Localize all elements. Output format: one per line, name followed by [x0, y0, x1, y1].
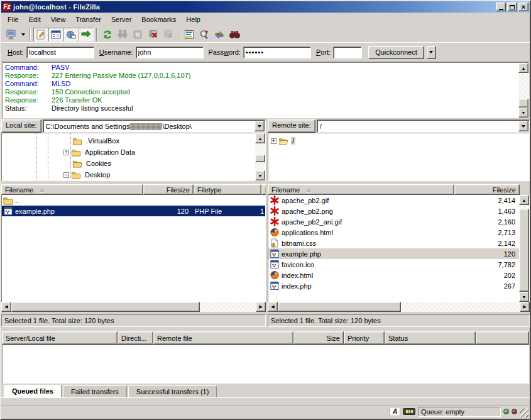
toolbar-separator	[96, 28, 97, 41]
tree-item-application-data[interactable]: + Application Data	[2, 146, 255, 158]
remote-site-combobox[interactable]: /	[317, 119, 530, 133]
scrollbar-thumb[interactable]	[255, 155, 265, 162]
tree-item-root[interactable]: + /	[268, 135, 529, 146]
username-input[interactable]	[136, 47, 204, 58]
file-row[interactable]: apache_pb2_ani.gif2,160	[268, 216, 519, 227]
column-filetype[interactable]: Filetype	[194, 184, 261, 195]
file-row[interactable]: favicon.ico7,782	[268, 259, 519, 270]
file-row[interactable]: apache_pb2.gif2,414	[268, 195, 519, 206]
refresh-button[interactable]	[100, 28, 115, 41]
menu-help[interactable]: Help	[181, 14, 205, 25]
file-row-selected[interactable]: example.php120	[268, 248, 519, 259]
file-row[interactable]: index.html202	[268, 270, 519, 280]
toggle-transfer-queue-button[interactable]	[79, 28, 94, 41]
process-queue-button[interactable]	[115, 28, 130, 41]
menu-bookmarks[interactable]: Bookmarks	[136, 14, 181, 25]
column-filename[interactable]: Filename	[1, 184, 143, 195]
expand-plus-icon[interactable]: +	[271, 138, 276, 144]
close-button[interactable]: ×	[518, 3, 528, 11]
local-tree-scrollbar[interactable]: ▲ ▼	[255, 133, 265, 180]
column-status[interactable]: Status	[385, 331, 476, 345]
remote-list-scrollbar[interactable]: ▲ ▼	[519, 195, 529, 302]
scroll-up-icon[interactable]: ▲	[255, 133, 265, 143]
tree-item-virtualbox[interactable]: .VirtualBox	[2, 135, 255, 146]
resize-grip[interactable]	[520, 409, 528, 417]
menu-edit[interactable]: Edit	[24, 14, 46, 25]
cancel-operation-button[interactable]	[130, 28, 145, 41]
menu-view[interactable]: View	[46, 14, 71, 25]
quickconnect-dropdown-button[interactable]	[427, 46, 436, 59]
host-input[interactable]	[26, 47, 94, 58]
disconnect-button[interactable]	[145, 28, 160, 41]
tab-successful-transfers[interactable]: Successful transfers (1)	[128, 385, 217, 397]
scrollbar-thumb[interactable]	[11, 302, 200, 312]
scroll-down-icon[interactable]: ▼	[255, 170, 265, 180]
directory-listing-filters-button[interactable]	[182, 28, 197, 41]
remote-site-dropdown-button[interactable]	[518, 121, 528, 131]
local-tree-icon	[51, 30, 61, 40]
local-site-label: Local site:	[1, 119, 41, 133]
menu-file[interactable]: File	[3, 14, 24, 25]
column-filename[interactable]: Filename	[268, 184, 454, 195]
log-line: Response:150 Connection accepted	[5, 88, 516, 96]
toggle-local-tree-button[interactable]	[48, 28, 63, 41]
tab-failed-transfers[interactable]: Failed transfers	[63, 385, 127, 397]
column-direction[interactable]: Directi...	[118, 331, 153, 345]
toggle-message-log-button[interactable]	[33, 28, 48, 41]
file-row[interactable]: bitnami.css2,142	[268, 238, 519, 248]
local-site-dropdown-button[interactable]	[255, 121, 265, 131]
file-row-parent-dir[interactable]: ..	[2, 195, 265, 206]
remote-site-label: Remote site:	[268, 119, 315, 133]
scroll-down-icon[interactable]: ▼	[519, 292, 529, 302]
expand-plus-icon[interactable]: +	[63, 150, 69, 155]
file-row[interactable]: applications.html2,713	[268, 227, 519, 238]
scroll-up-icon[interactable]: ▲	[519, 195, 529, 205]
scroll-down-icon[interactable]: ▼	[518, 108, 528, 118]
reconnect-button[interactable]	[160, 28, 175, 41]
scrollbar-thumb[interactable]	[278, 302, 401, 312]
column-filesize[interactable]: Filesize	[454, 184, 520, 195]
toggle-remote-tree-button[interactable]	[63, 28, 79, 41]
menu-transfer[interactable]: Transfer	[70, 14, 106, 25]
column-server-local-file[interactable]: Server/Local file	[2, 331, 118, 345]
column-last-modified[interactable]: L	[261, 184, 266, 195]
remote-status: Selected 1 file. Total size: 120 bytes	[268, 314, 530, 327]
scroll-left-icon[interactable]: ◀	[1, 302, 11, 312]
scroll-left-icon[interactable]: ◀	[268, 302, 278, 312]
scrollbar-thumb[interactable]	[519, 209, 529, 292]
scroll-right-icon[interactable]: ▶	[520, 302, 530, 312]
scroll-up-icon[interactable]: ▲	[518, 63, 528, 73]
compare-icon	[199, 30, 209, 40]
maximize-button[interactable]	[507, 3, 517, 11]
file-row-example-php[interactable]: example.php 120 PHP File 1	[2, 206, 265, 216]
image-file-icon	[270, 217, 280, 226]
minimize-button[interactable]	[496, 3, 506, 11]
port-input[interactable]	[333, 47, 362, 58]
collapse-minus-icon[interactable]: −	[63, 172, 69, 178]
local-site-combobox[interactable]: C:\Documents and Settings\Desktop\	[43, 119, 266, 133]
local-hscrollbar[interactable]: ◀ ▶	[1, 302, 266, 312]
tree-item-desktop[interactable]: − Desktop	[2, 169, 255, 180]
directory-comparison-button[interactable]	[197, 28, 212, 41]
synchronized-browsing-button[interactable]	[212, 28, 227, 41]
column-filesize[interactable]: Filesize	[143, 184, 194, 195]
maximize-icon	[510, 5, 515, 9]
quickconnect-button[interactable]: Quickconnect	[368, 46, 424, 59]
tab-queued-files[interactable]: Queued files	[4, 385, 62, 397]
site-manager-button[interactable]	[4, 28, 19, 41]
site-manager-dropdown-button[interactable]	[19, 28, 27, 41]
redacted-username	[129, 123, 162, 130]
file-row[interactable]: apache_pb2.png1,463	[268, 206, 519, 216]
scrollbar-thumb[interactable]	[518, 99, 528, 108]
log-scrollbar[interactable]: ▲ ▼	[518, 63, 528, 118]
password-input[interactable]	[243, 47, 311, 58]
menu-server[interactable]: Server	[106, 14, 136, 25]
column-priority[interactable]: Priority	[344, 331, 385, 345]
column-remote-file[interactable]: Remote file	[153, 331, 293, 345]
find-files-button[interactable]	[227, 28, 242, 41]
tree-item-cookies[interactable]: Cookies	[2, 158, 255, 169]
remote-hscrollbar[interactable]: ◀ ▶	[268, 302, 530, 312]
file-row[interactable]: index.php267	[268, 280, 519, 291]
column-size[interactable]: Size	[293, 331, 344, 345]
scroll-right-icon[interactable]: ▶	[256, 302, 266, 312]
